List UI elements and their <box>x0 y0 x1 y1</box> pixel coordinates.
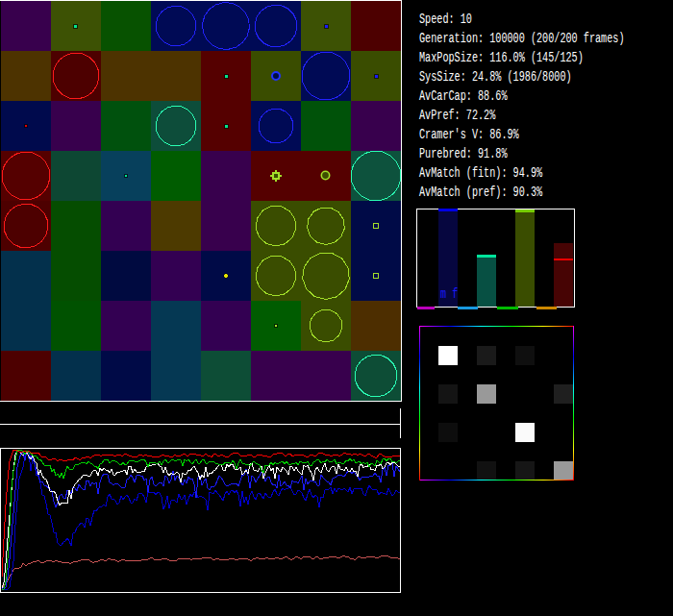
svg-text:Speed: 10: Speed: 10 <box>419 12 472 27</box>
svg-text:m f: m f <box>440 286 458 302</box>
svg-text:MaxPopSize: 116.0% (145/125): MaxPopSize: 116.0% (145/125) <box>419 50 584 65</box>
svg-text:AvCarCap: 88.6%: AvCarCap: 88.6% <box>419 88 508 104</box>
svg-text:AvMatch (pref): 90.3%: AvMatch (pref): 90.3% <box>419 185 543 200</box>
svg-text:Generation: 100000 (200/200 fr: Generation: 100000 (200/200 frames) <box>419 31 625 46</box>
svg-text:SysSize: 24.8% (1986/8000): SysSize: 24.8% (1986/8000) <box>419 69 572 85</box>
svg-text:AvPref: 72.2%: AvPref: 72.2% <box>419 108 496 123</box>
svg-text:AvMatch (fitn): 94.9%: AvMatch (fitn): 94.9% <box>419 165 543 181</box>
svg-text:Cramer's V: 86.9%: Cramer's V: 86.9% <box>419 127 519 142</box>
svg-text:Purebred: 91.8%: Purebred: 91.8% <box>419 146 508 161</box>
